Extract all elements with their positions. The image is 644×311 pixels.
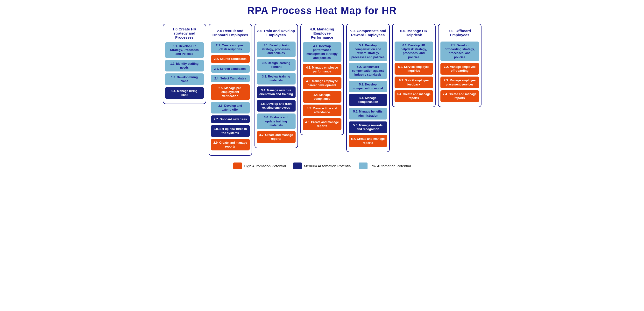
card-col5-6: 5.6. Manage rewards and recognition [349, 122, 387, 133]
column-col6: 6.0. Manage HR Helpdesk6.1. Develop HR h… [392, 24, 436, 107]
card-col3-7: 3.7. Create and manage reports [257, 131, 296, 143]
legend-label-high: High Automation Potential [244, 164, 286, 168]
heatmap-columns: 1.0 Create HR strategy and Processes1.1.… [5, 24, 639, 156]
card-col2-2: 2.2. Source candidates [211, 55, 250, 63]
card-col2-1: 2.1. Create and post job descriptions [211, 42, 250, 53]
column-header-col4: 4.0. Managing Employee Performance [303, 27, 342, 39]
card-col5-2: 5.2. Benchmark compensation against indu… [349, 63, 387, 79]
card-col2-7: 2.7. Onboard new hires [211, 116, 250, 123]
column-header-col5: 5.0. Compensate and Reward Employees [349, 27, 387, 39]
card-col2-3: 2.3. Screen candidates [211, 65, 250, 73]
card-col1-4: 1.4. Manage hiring plans [165, 87, 204, 99]
card-col4-3: 4.3. Manage employee career development [303, 77, 342, 89]
card-col2-8: 2.8. Set up new hires in the systems [211, 125, 250, 137]
card-col3-1: 3.1. Develop train strategy, processes, … [257, 42, 296, 57]
legend-label-medium: Medium Automation Potential [304, 164, 352, 168]
column-header-col3: 3.0 Train and Develop Employees [257, 27, 296, 39]
column-header-col7: 7.0. Offboard Employees [440, 27, 479, 39]
legend-item-high: High Automation Potential [233, 162, 286, 169]
card-col5-5: 5.5. Manage benefits administration [349, 108, 387, 119]
card-col4-6: 4.6. Create and manage reports [303, 118, 342, 130]
card-col4-4: 4.4. Manage compliance [303, 91, 342, 102]
legend: High Automation PotentialMedium Automati… [5, 162, 639, 169]
column-header-col2: 2.0 Recruit and Onboard Employees [211, 27, 250, 39]
legend-item-medium: Medium Automation Potential [293, 162, 352, 169]
card-col5-1: 5.1. Develop compensation and reward str… [349, 42, 387, 61]
card-col2-4: 2.4. Select Candidates [211, 74, 250, 82]
card-col7-4: 7.4. Create and manage reports [440, 90, 479, 102]
card-col2-5: 2.5. Manage pre-employment verification [211, 84, 250, 100]
column-header-col6: 6.0. Manage HR Helpdesk [394, 27, 433, 39]
card-col5-7: 5.7. Create and manage reports [349, 135, 387, 146]
card-col2-6: 2.6. Develop and extend offer [211, 102, 250, 114]
card-col3-2: 3.2. Design learning content [257, 59, 296, 71]
card-col4-5: 4.5. Manage time and attendance [303, 104, 342, 116]
card-col5-4: 5.4. Manage compensation [349, 94, 387, 106]
card-col1-3: 1.3. Develop hiring plans [165, 74, 204, 85]
legend-item-low: Low Automation Potential [359, 162, 411, 169]
card-col3-4: 3.4. Manage new hire orientation and tra… [257, 86, 296, 98]
card-col6-4: 6.4. Create and manage reports [394, 90, 433, 102]
column-col1: 1.0 Create HR strategy and Processes1.1.… [163, 24, 206, 104]
card-col5-3: 5.3. Develop compensation model [349, 81, 387, 92]
column-header-col1: 1.0 Create HR strategy and Processes [165, 27, 204, 39]
card-col3-6: 3.6. Evaluate and update training materi… [257, 114, 296, 129]
card-col6-2: 6.2. Service employee inquiries [394, 63, 433, 74]
column-col5: 5.0. Compensate and Reward Employees5.1.… [346, 24, 390, 152]
card-col7-3: 7.3. Manage employee placement services [440, 76, 479, 88]
legend-box-low [359, 162, 368, 169]
column-col7: 7.0. Offboard Employees7.1. Develop offb… [438, 24, 482, 107]
card-col4-2: 4.2. Manage employee performance [303, 64, 342, 75]
card-col6-3: 6.3. Solicit employee feedback [394, 76, 433, 88]
legend-box-medium [293, 162, 302, 169]
page-title: RPA Process Heat Map for HR [5, 5, 639, 16]
card-col1-2: 1.2. Identify staffing needs [165, 60, 204, 72]
card-col7-1: 7.1. Develop offboarding strategy, proce… [440, 42, 479, 61]
column-col2: 2.0 Recruit and Onboard Employees2.1. Cr… [209, 24, 252, 156]
card-col4-1: 4.1. Develop performance management stra… [303, 42, 342, 62]
card-col7-2: 7.2. Manage employee off-boarding [440, 63, 479, 74]
card-col3-5: 3.5. Develop and train existing employee… [257, 100, 296, 112]
column-col3: 3.0 Train and Develop Employees3.1. Deve… [254, 24, 298, 148]
card-col1-1: 1.1. Develop HR Strategy, Processes and … [165, 42, 204, 58]
legend-label-low: Low Automation Potential [370, 164, 411, 168]
card-col2-9: 2.9. Create and manage reports [211, 139, 250, 150]
legend-box-high [233, 162, 242, 169]
card-col6-1: 6.1. Develop HR helpdesk strategy, proce… [394, 42, 433, 61]
card-col3-3: 3.3. Review training materials [257, 73, 296, 84]
column-col4: 4.0. Managing Employee Performance4.1. D… [300, 24, 344, 135]
